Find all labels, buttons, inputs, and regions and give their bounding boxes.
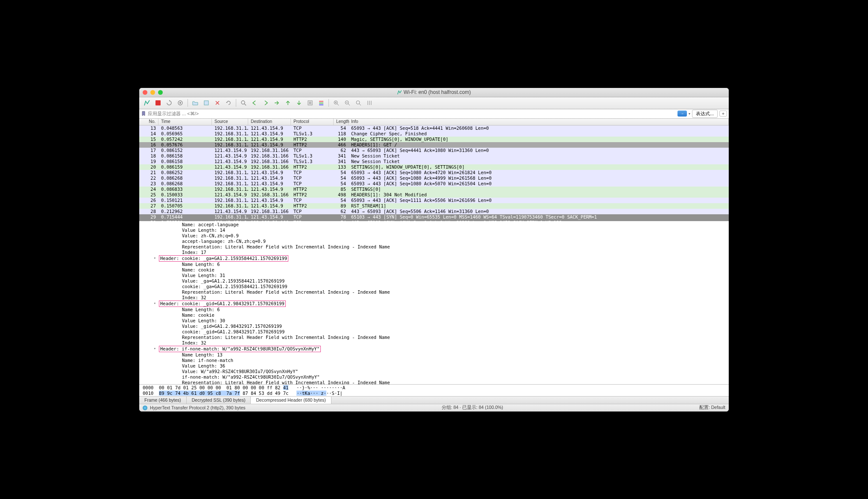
zoom-reset-button[interactable] [353, 98, 364, 108]
open-button[interactable] [190, 98, 200, 108]
packet-row[interactable]: 290.715444192.168.31.1…121.43.154.9TCP78… [139, 214, 729, 220]
reload-button[interactable] [223, 98, 234, 108]
close-file-button[interactable] [212, 98, 223, 108]
detail-line[interactable]: Value: _ga=GA1.2.1593584421.1570269199 [139, 278, 729, 284]
zoom-in-button[interactable] [331, 98, 341, 108]
dropdown-icon[interactable]: ▾ [689, 112, 690, 116]
stop-capture-button[interactable] [153, 98, 163, 108]
packet-details[interactable]: Name: accept-languageValue Length: 14Val… [139, 221, 729, 384]
hex-view[interactable]: 0000 00 01 7d 01 25 00 00 00 01 80 00 00… [139, 384, 729, 396]
col-len[interactable]: Length [334, 119, 349, 125]
detail-line[interactable]: Representation: Literal Header Field wit… [139, 244, 729, 250]
detail-line[interactable]: cookie: _gid=GA1.2.98432917.1570269199 [139, 329, 729, 335]
last-button[interactable] [294, 98, 304, 108]
packet-row[interactable]: 150.057242192.168.31.1…121.43.154.9HTTP2… [139, 137, 729, 142]
detail-line[interactable]: Value Length: 30 [139, 318, 729, 324]
detail-line[interactable]: if-none-match: W/"a992-RSZ4Ct98UR30Iu7/Q… [139, 374, 729, 380]
packet-row[interactable]: 200.086159121.43.154.9192.168.31.166HTTP… [139, 164, 729, 170]
save-button[interactable] [201, 98, 211, 108]
detail-line[interactable]: Name: accept-language [139, 222, 729, 228]
packet-row[interactable]: 260.150121192.168.31.1…121.43.154.9TCP54… [139, 198, 729, 203]
detail-line[interactable]: Index: 32 [139, 295, 729, 301]
find-button[interactable] [238, 98, 249, 108]
detail-line[interactable]: Value Length: 31 [139, 273, 729, 278]
first-button[interactable] [283, 98, 293, 108]
packet-row[interactable]: 140.056965192.168.31.1…121.43.154.9TLSv1… [139, 131, 729, 137]
packet-row[interactable]: 160.057676192.168.31.1…121.43.154.9HTTP2… [139, 142, 729, 148]
prev-button[interactable] [249, 98, 260, 108]
arrow-down-icon [296, 100, 302, 106]
detail-line[interactable]: Name: cookie [139, 312, 729, 318]
resize-columns-button[interactable] [364, 98, 375, 108]
detail-line[interactable]: Value: zh-CN,zh;q=0.9 [139, 233, 729, 239]
detail-line[interactable]: Value Length: 14 [139, 228, 729, 233]
options-button[interactable] [175, 98, 185, 108]
bookmark-icon[interactable] [141, 111, 146, 116]
display-filter-input[interactable] [148, 111, 676, 116]
col-no[interactable]: No. [139, 119, 158, 125]
detail-line[interactable]: Name: if-none-match [139, 358, 729, 363]
detail-line[interactable]: cookie: _ga=GA1.2.1593584421.1570269199 [139, 284, 729, 289]
tab-decrypted-ssl[interactable]: Decrypted SSL (390 bytes) [187, 397, 251, 404]
expert-info-icon[interactable] [143, 406, 147, 410]
detail-line[interactable]: Representation: Literal Header Field wit… [139, 335, 729, 340]
detail-line[interactable]: Index: 32 [139, 340, 729, 346]
header-node[interactable]: Header: cookie: _gid=GA1.2.98432917.1570… [139, 301, 729, 307]
packet-row[interactable]: 130.048563192.168.31.1…121.43.154.9TCP54… [139, 125, 729, 131]
zoom-icon[interactable] [158, 90, 163, 95]
detail-line[interactable]: Value Length: 36 [139, 363, 729, 369]
packet-row[interactable]: 240.086833192.168.31.1…121.43.154.9HTTP2… [139, 187, 729, 192]
apply-filter-button[interactable]: → [677, 111, 687, 117]
close-icon[interactable] [143, 90, 147, 95]
jump-button[interactable] [272, 98, 282, 108]
col-proto[interactable]: Protocol [291, 119, 334, 125]
restart-capture-button[interactable] [164, 98, 174, 108]
detail-line[interactable]: Name Length: 13 [139, 352, 729, 358]
packet-row[interactable]: 180.086158121.43.154.9192.168.31.166TLSv… [139, 153, 729, 159]
svg-rect-3 [204, 101, 208, 105]
detail-line[interactable]: Name Length: 6 [139, 262, 729, 267]
col-dst[interactable]: Destination [248, 119, 291, 125]
filter-bar: → ▾ 表达式... + [139, 109, 729, 119]
detail-line[interactable]: Value: _gid=GA1.2.98432917.1570269199 [139, 324, 729, 329]
status-profile[interactable]: 配置: Default [699, 405, 725, 411]
tab-decompressed-header[interactable]: Decompressed Header (680 bytes) [251, 397, 331, 404]
autoscroll-button[interactable] [305, 98, 315, 108]
detail-line[interactable]: accept-language: zh-CN,zh;q=0.9 [139, 239, 729, 244]
packet-row[interactable]: 210.086252192.168.31.1…121.43.154.9TCP54… [139, 170, 729, 175]
next-button[interactable] [261, 98, 271, 108]
colorize-button[interactable] [316, 98, 326, 108]
detail-line[interactable]: Name: cookie [139, 267, 729, 273]
col-src[interactable]: Source [212, 119, 248, 125]
packet-row[interactable]: 230.086268192.168.31.1…121.43.154.9TCP54… [139, 181, 729, 187]
detail-line[interactable]: Representation: Literal Header Field wit… [139, 380, 729, 384]
detail-line[interactable]: Index: 17 [139, 250, 729, 255]
packet-list-header: No. Time Source Destination Protocol Len… [139, 119, 729, 125]
detail-line[interactable]: Representation: Literal Header Field wit… [139, 289, 729, 295]
minimize-icon[interactable] [150, 90, 155, 95]
col-info[interactable]: Info [349, 119, 729, 125]
start-capture-button[interactable] [142, 98, 152, 108]
col-time[interactable]: Time [158, 119, 212, 125]
packet-row[interactable]: 300.738560121.43.154.9192.168.31.166TCP7… [139, 220, 729, 221]
packet-row[interactable]: 270.150705192.168.31.1…121.43.154.9HTTP2… [139, 203, 729, 209]
packet-row[interactable]: 250.150033121.43.154.9192.168.31.166HTTP… [139, 192, 729, 198]
packet-row[interactable]: 190.086158121.43.154.9192.168.31.166TLSv… [139, 159, 729, 164]
packet-row[interactable]: 280.212962121.43.154.9192.168.31.166TCP6… [139, 209, 729, 214]
svg-line-11 [337, 104, 339, 105]
zoom-out-button[interactable] [342, 98, 352, 108]
header-node[interactable]: Header: if-none-match: W/"a992-RSZ4Ct98U… [139, 346, 729, 352]
packet-row[interactable]: 170.086152121.43.154.9192.168.31.166TCP6… [139, 148, 729, 153]
svg-rect-8 [319, 102, 323, 104]
packet-list[interactable]: No. Time Source Destination Protocol Len… [139, 119, 729, 221]
packet-row[interactable]: 220.086268192.168.31.1…121.43.154.9TCP54… [139, 175, 729, 181]
detail-line[interactable]: Value: W/"a992-RSZ4Ct98UR30Iu7/QOSvynXnH… [139, 369, 729, 374]
zoom-reset-icon [355, 100, 361, 106]
stop-icon [155, 100, 161, 106]
add-filter-button[interactable]: + [719, 111, 727, 117]
tab-frame[interactable]: Frame (466 bytes) [139, 397, 187, 404]
detail-line[interactable]: Name Length: 6 [139, 307, 729, 312]
expression-button[interactable]: 表达式... [692, 110, 718, 118]
restart-icon [166, 100, 172, 106]
header-node[interactable]: Header: cookie: _ga=GA1.2.1593584421.157… [139, 255, 729, 262]
